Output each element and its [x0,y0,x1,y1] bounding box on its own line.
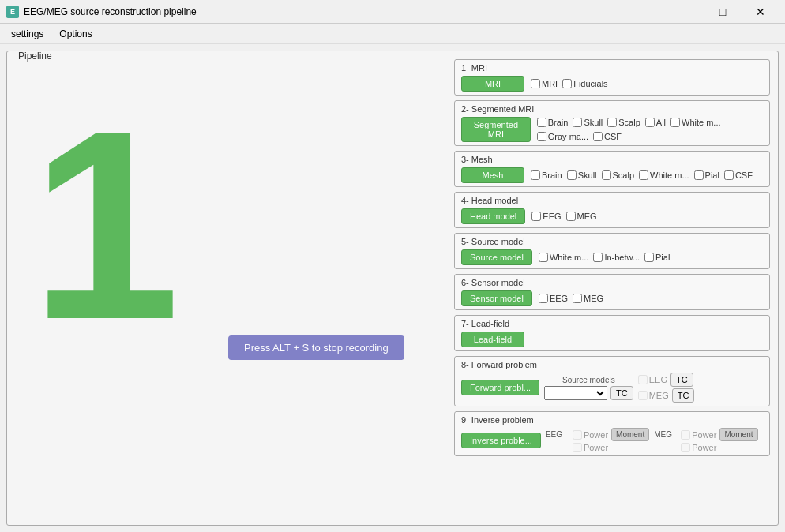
inv-eeg-group: EEG Power Moment Power [546,428,649,452]
mesh-brain-cb[interactable]: Brain [531,170,562,180]
forward-meg-tc-button[interactable]: TC [672,388,695,403]
step-seg-row: Segmented MRI Brain Skull Scalp [461,117,763,142]
sensor-checkboxes: EEG MEG [539,294,603,303]
segmented-mri-button[interactable]: Segmented MRI [461,117,531,142]
title-bar-left: E EEG/MEG source reconstruction pipeline [6,6,197,18]
forward-row: Forward probl... Source models TC [461,373,763,403]
step-head-model: 4- Head model Head model EEG MEG [454,192,770,228]
step-source-model: 5- Source model Source model White m... … [454,233,770,269]
seg-all-cb[interactable]: All [645,118,666,127]
mri-mri-checkbox[interactable]: MRI [531,79,558,88]
minimize-button[interactable]: — [667,0,703,24]
mesh-csf-cb[interactable]: CSF [724,170,753,180]
mesh-checkboxes: Brain Skull Scalp White m... [531,170,753,180]
inv-eeg-row2: Power [546,443,649,452]
seg-gray-cb[interactable]: Gray ma... [537,132,588,141]
forward-eeg-tc-button[interactable]: TC [670,373,693,387]
seg-scalp-cb[interactable]: Scalp [607,118,640,127]
source-models-dropdown[interactable] [544,386,607,400]
inverse-row: Inverse proble... EEG Power Moment [461,428,763,452]
source-models-select-row: TC [544,386,633,400]
seg-csf-cb[interactable]: CSF [593,132,622,141]
forward-meg-cb[interactable]: MEG [638,391,669,400]
step-forward-title: 8- Forward problem [461,360,763,369]
src-inbetw-cb[interactable]: In-betw... [593,253,640,262]
step-inverse-problem: 9- Inverse problem Inverse proble... EEG… [454,411,770,456]
head-eeg-cb[interactable]: EEG [531,212,561,221]
mesh-white-cb[interactable]: White m... [639,170,689,180]
inverse-problem-button[interactable]: Inverse proble... [461,433,541,448]
head-checkboxes: EEG MEG [531,212,596,221]
mesh-pial-cb[interactable]: Pial [694,170,719,180]
step-lead-title: 7- Lead-field [461,319,763,328]
source-models-label: Source models [562,376,615,384]
forward-tc-button[interactable]: TC [610,386,633,400]
inv-meg-row1: MEG Power Moment [654,428,757,441]
pipeline-panel: Pipeline 1 Press ALT + S to stop recordi… [6,51,779,526]
step-inverse-title: 9- Inverse problem [461,415,763,425]
seg-white-cb[interactable]: White m... [670,118,721,127]
mri-checkboxes: MRI Fiducials [531,79,608,88]
window-title: EEG/MEG source reconstruction pipeline [24,6,197,17]
inv-eeg-power-cb[interactable]: Power [573,430,608,440]
menu-settings[interactable]: settings [3,27,51,41]
overlay-banner: Press ALT + S to stop recording [228,335,404,360]
mesh-button[interactable]: Mesh [461,167,524,183]
menu-bar: settings Options [0,24,785,44]
forward-eeg-cb[interactable]: EEG [638,375,667,384]
maximize-button[interactable]: □ [704,0,741,24]
step-mri: 1- MRI MRI MRI Fiducials [454,59,770,96]
source-model-button[interactable]: Source model [461,249,532,265]
step-sensor-title: 6- Sensor model [461,278,763,287]
sensor-eeg-cb[interactable]: EEG [539,294,568,303]
forward-meg-row: MEG TC [638,388,695,403]
sensor-meg-cb[interactable]: MEG [573,294,603,303]
forward-problem-button[interactable]: Forward probl... [461,380,539,395]
step-source-row: Source model White m... In-betw... Pi [461,249,763,265]
large-number: 1 [31,91,180,359]
inv-meg-power-cb[interactable]: Power [681,430,716,440]
src-pial-cb[interactable]: Pial [644,253,670,262]
inv-eeg-power2-cb[interactable]: Power [573,443,608,452]
step-mesh-row: Mesh Brain Skull Scalp [461,167,763,183]
title-bar: E EEG/MEG source reconstruction pipeline… [0,0,785,24]
seg-skull-cb[interactable]: Skull [573,118,603,127]
step-head-row: Head model EEG MEG [461,208,763,224]
step-mri-row: MRI MRI Fiducials [461,76,763,92]
lead-field-button[interactable]: Lead-field [461,332,524,347]
window-controls: — □ ✕ [667,0,779,24]
mri-button[interactable]: MRI [461,76,524,92]
close-button[interactable]: ✕ [742,0,779,24]
step-lead-row: Lead-field [461,332,763,347]
inv-meg-power2-cb[interactable]: Power [681,443,716,452]
src-white-cb[interactable]: White m... [539,253,589,262]
inv-eeg-label: EEG [546,430,569,439]
step-forward-problem: 8- Forward problem Forward probl... Sour… [454,356,770,406]
head-model-button[interactable]: Head model [461,208,525,224]
source-checkboxes: White m... In-betw... Pial [539,253,670,262]
source-models-group: Source models TC [544,376,633,400]
mesh-scalp-cb[interactable]: Scalp [602,170,635,180]
mesh-skull-cb[interactable]: Skull [567,170,597,180]
sensor-model-button[interactable]: Sensor model [461,290,532,306]
main-content: Pipeline 1 Press ALT + S to stop recordi… [0,44,785,532]
inv-eeg-row1: EEG Power Moment [546,428,649,441]
inv-eeg-moment-button[interactable]: Moment [611,428,649,441]
step-mri-title: 1- MRI [461,63,763,73]
step-sensor-row: Sensor model EEG MEG [461,290,763,306]
step-sensor-model: 6- Sensor model Sensor model EEG MEG [454,274,770,310]
inv-meg-moment-button[interactable]: Moment [719,428,757,441]
seg-brain-cb[interactable]: Brain [537,118,569,127]
mri-fiducials-checkbox[interactable]: Fiducials [562,79,607,88]
step-mesh: 3- Mesh Mesh Brain Skull [454,151,770,187]
head-meg-cb[interactable]: MEG [566,212,597,221]
step-segmented-mri: 2- Segmented MRI Segmented MRI Brain Sku… [454,100,770,146]
pipeline-label: Pipeline [15,51,55,62]
seg-checkboxes: Brain Skull Scalp All [537,118,763,141]
step-source-title: 5- Source model [461,237,763,246]
menu-options[interactable]: Options [51,27,100,41]
forward-eeg-meg-col: EEG TC MEG TC [638,373,695,403]
forward-eeg-row: EEG TC [638,373,695,387]
step-head-title: 4- Head model [461,196,763,205]
app-icon: E [6,6,19,18]
